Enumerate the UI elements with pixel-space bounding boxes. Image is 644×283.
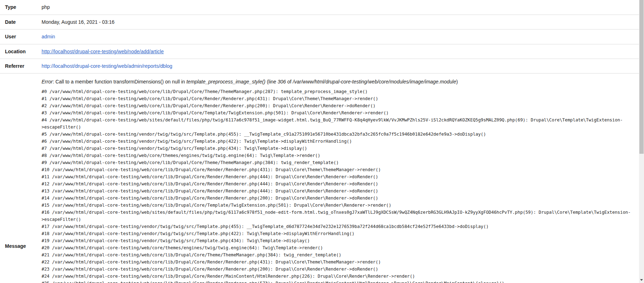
arrow-down-icon (640, 279, 643, 281)
error-text: : Call to a member function transformDim… (53, 79, 186, 85)
location-label: Location (0, 44, 42, 59)
type-value: php (42, 0, 639, 15)
vertical-scrollbar[interactable] (639, 0, 644, 283)
location-value: http://localhost/drupal-core-testing/web… (42, 44, 639, 59)
table-row-location: Location http://localhost/drupal-core-te… (0, 44, 639, 59)
type-label: Type (0, 0, 42, 15)
scrollbar-thumb[interactable] (639, 0, 644, 154)
date-value: Monday, August 16, 2021 - 03:16 (42, 15, 639, 29)
location-link[interactable]: http://localhost/drupal-core-testing/web… (42, 49, 164, 54)
message-value: Error: Call to a member function transfo… (42, 74, 639, 283)
table-row-date: Date Monday, August 16, 2021 - 03:16 (0, 15, 639, 29)
referrer-label: Referrer (0, 59, 42, 74)
error-summary: Error: Call to a member function transfo… (42, 78, 632, 86)
user-link[interactable]: admin (42, 34, 55, 39)
message-label: Message (0, 74, 42, 283)
user-value: admin (42, 29, 639, 44)
error-file-path: /var/www/html/drupal-core-testing/web/co… (293, 79, 456, 85)
error-type: Error (42, 79, 53, 85)
table-row-referrer: Referrer http://localhost/drupal-core-te… (0, 59, 639, 74)
dblog-event-details-table: Type php Date Monday, August 16, 2021 - … (0, 0, 639, 283)
table-row-type: Type php (0, 0, 639, 15)
backtrace: #0 /var/www/html/drupal-core-testing/web… (42, 88, 632, 283)
user-label: User (0, 29, 42, 44)
error-close-paren: ) (456, 79, 458, 85)
date-label: Date (0, 15, 42, 29)
error-of: of (286, 79, 293, 85)
table-row-message: Message Error: Call to a member function… (0, 74, 639, 283)
referrer-value: http://localhost/drupal-core-testing/web… (42, 59, 639, 74)
error-line-number: 306 (278, 79, 286, 85)
scrollbar-down-button[interactable] (639, 277, 644, 283)
table-row-user: User admin (0, 29, 639, 44)
error-line-prefix: (line (265, 79, 277, 85)
error-function: template_preprocess_image_style() (186, 79, 266, 85)
referrer-link[interactable]: http://localhost/drupal-core-testing/web… (42, 63, 172, 69)
